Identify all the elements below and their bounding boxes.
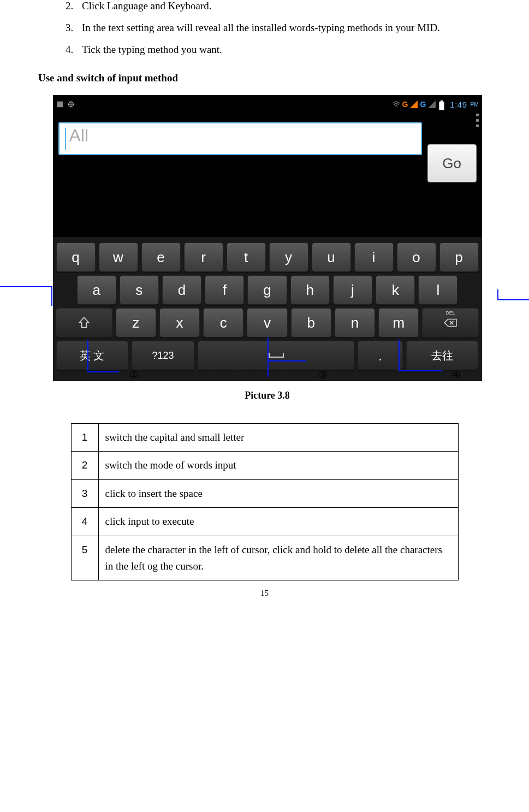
step-item: 2.Click Language and Keyboard. [66,0,491,12]
svg-rect-7 [441,100,443,102]
svg-rect-0 [57,102,63,108]
space-icon [268,352,284,359]
table-row: 5 delete the character in the left of cu… [71,536,458,580]
key-n[interactable]: n [335,308,375,337]
legend-number: 4 [71,508,98,536]
key-g[interactable]: g [247,275,287,305]
callout-4-label: ④ [451,368,461,381]
numeric-key[interactable]: ?123 [132,341,195,370]
callout-3-line [268,360,306,361]
battery-icon [438,100,445,108]
svg-marker-5 [428,100,436,108]
status-time: 1:49 [450,100,467,109]
key-a[interactable]: a [77,275,116,305]
steps-list: 2.Click Language and Keyboard. 3.In the … [66,0,491,56]
key-x[interactable]: x [159,308,200,337]
key-y[interactable]: y [269,242,308,272]
status-bar: G G 1:49 PM [53,97,482,111]
step-item: 4.Tick the typing method you want. [66,44,491,56]
step-number: 3. [66,22,82,34]
network-g-2: G [420,100,426,109]
table-row: 1 switch the capital and small letter [71,424,458,452]
callout-2-line [87,340,88,372]
key-s[interactable]: s [120,275,159,305]
page-number: 15 [0,589,529,598]
legend-desc: click input to execute [98,508,458,536]
wifi-icon [393,100,400,108]
callout-4-line [399,340,400,371]
app-icon [56,100,64,108]
legend-desc: click to insert the space [98,479,458,507]
overflow-menu-icon[interactable] [476,114,479,127]
key-k[interactable]: k [376,275,415,305]
legend-desc: switch the mode of words input [98,452,458,479]
key-e[interactable]: e [141,242,181,272]
key-b[interactable]: b [291,308,331,337]
svg-marker-4 [410,100,418,108]
step-text: Click Language and Keyboard. [82,0,211,11]
key-p[interactable]: p [439,242,479,272]
input-row: All Go [53,111,482,237]
backspace-icon [443,316,457,330]
period-key[interactable]: . [358,341,403,370]
callout-3-label: ③ [318,368,328,381]
step-text: Tick the typing method you want. [82,44,222,55]
key-z[interactable]: z [116,308,156,337]
key-q[interactable]: q [56,242,96,272]
key-t[interactable]: t [227,242,266,272]
space-key[interactable] [198,341,354,370]
legend-desc: switch the capital and small letter [98,424,458,452]
key-u[interactable]: u [312,242,351,272]
key-o[interactable]: o [397,242,436,272]
key-d[interactable]: d [162,275,201,305]
del-label: DEL [445,310,455,316]
step-number: 4. [66,44,82,56]
table-row: 2 switch the mode of words input [71,452,458,479]
delete-key[interactable]: DEL [422,308,478,337]
figure-caption: Picture 3.8 [11,390,524,401]
legend-number: 1 [71,424,98,452]
key-m[interactable]: m [378,308,419,337]
legend-number: 3 [71,479,98,507]
callout-4-line [399,370,442,371]
shift-key[interactable] [56,308,112,337]
key-f[interactable]: f [205,275,244,305]
key-j[interactable]: j [333,275,372,305]
key-i[interactable]: i [354,242,394,272]
network-g-1: G [402,100,408,109]
legend-number: 2 [71,452,98,479]
step-number: 2. [66,0,82,12]
step-text: In the text setting area will reveal all… [82,22,440,33]
section-title: Use and switch of input method [38,72,491,84]
svg-rect-6 [439,102,444,110]
key-h[interactable]: h [290,275,330,305]
key-c[interactable]: c [203,308,243,337]
key-w[interactable]: w [99,242,138,272]
callout-2-line [87,371,119,372]
key-l[interactable]: l [418,275,457,305]
status-ampm: PM [471,102,479,108]
debug-icon [67,100,75,108]
table-row: 4 click input to execute [71,508,458,536]
key-v[interactable]: v [247,308,287,337]
input-placeholder-text: All [69,126,89,145]
go-button[interactable]: Go [427,144,477,182]
legend-table: 1 switch the capital and small letter 2 … [71,423,459,580]
enter-key[interactable]: 去往 [406,341,478,370]
key-r[interactable]: r [184,242,223,272]
callout-5-line [497,289,498,300]
signal-icon-2 [428,100,436,108]
step-item: 3.In the text setting area will reveal a… [66,22,491,34]
callout-2-label: ② [129,368,139,381]
legend-number: 5 [71,536,98,580]
shift-icon [77,316,91,330]
text-input[interactable]: All [58,122,422,155]
language-key[interactable]: 英 文 [56,341,128,370]
callout-3-line [268,337,269,377]
legend-desc: delete the character in the left of curs… [98,536,458,580]
screenshot-area: ① ⑤ G G 1:49 PM [11,95,524,401]
signal-icon-1 [410,100,418,108]
callout-5-line [497,299,529,300]
callout-1-line [0,286,52,287]
table-row: 3 click to insert the space [71,479,458,507]
